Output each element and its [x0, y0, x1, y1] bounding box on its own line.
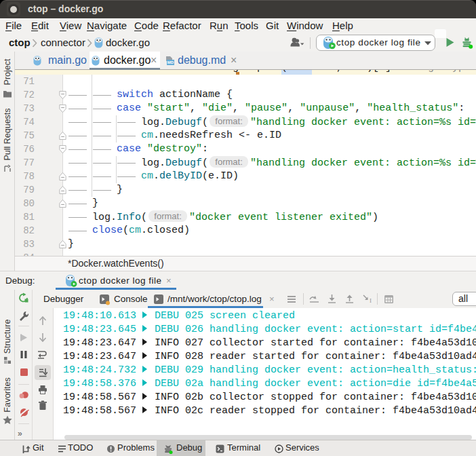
svg-text:MD: MD	[167, 60, 174, 64]
svg-text:I: I	[370, 297, 372, 303]
